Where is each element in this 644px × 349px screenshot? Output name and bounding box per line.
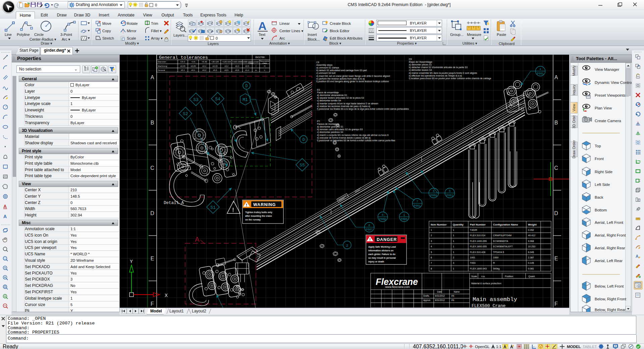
- svg-text:D: D: [302, 138, 305, 142]
- svg-text:a) démonter pinces S1: a) démonter pinces S1: [409, 63, 432, 66]
- svg-text:P001: P001: [446, 194, 453, 197]
- svg-text:Weight: Weight: [528, 223, 537, 226]
- svg-text:±0,8: ±0,8: [235, 69, 239, 71]
- svg-text:Position: Position: [505, 275, 513, 278]
- svg-text:Passos de montagem: Passos de montagem: [317, 123, 339, 126]
- svg-text:±0,1: ±0,1: [202, 65, 207, 67]
- svg-text:±0,05: ±0,05: [191, 65, 196, 67]
- svg-text:d) insert M1 set on crane gird: d) insert M1 set on crane girder lower f…: [316, 75, 390, 78]
- svg-text:General: General: [158, 69, 165, 71]
- svg-text:C: C: [150, 165, 154, 171]
- svg-text:Assembly steps:: Assembly steps:: [316, 64, 333, 66]
- svg-text:F: F: [151, 301, 154, 307]
- svg-text:±0,5: ±0,5: [224, 69, 229, 71]
- svg-text:!: !: [246, 203, 247, 207]
- svg-text:Detail A: Detail A: [164, 201, 184, 205]
- svg-text:X: X: [165, 293, 168, 299]
- svg-text:!: !: [369, 238, 371, 242]
- svg-text:±0,15: ±0,15: [212, 65, 218, 67]
- svg-text:TABLET: TABLET: [583, 345, 597, 349]
- svg-text:d) insérer ensemble M1 dans la: d) insérer ensemble M1 dans la poutre ju…: [409, 72, 477, 74]
- svg-text:F: F: [554, 301, 558, 307]
- svg-text:a) unmount S1 clamps: a) unmount S1 clamps: [316, 66, 339, 69]
- svg-text:Tighten trolley bolts only: Tighten trolley bolts only: [245, 211, 272, 214]
- svg-text:0.5-3: 0.5-3: [180, 60, 185, 63]
- svg-text:ES: ES: [317, 89, 320, 91]
- svg-text:49.412: 49.412: [528, 234, 535, 237]
- svg-text:>6-30: >6-30: [202, 60, 207, 63]
- svg-text:1:1: 1:1: [496, 345, 501, 349]
- svg-text:A: A: [3, 204, 7, 209]
- svg-text:b) separar testero articulado: b) separar testero articulado S2 de la p…: [317, 97, 364, 99]
- svg-text:f) posicionar os baixantes 6S: f) posicionar os baixantes 6S de forma a…: [317, 139, 395, 142]
- svg-text:±0,2: ±0,2: [202, 69, 207, 71]
- svg-text:±0,05: ±0,05: [180, 65, 185, 67]
- svg-text:Configuration Name: Configuration Name: [493, 223, 518, 226]
- svg-text:www.flexcrane.com: www.flexcrane.com: [385, 285, 410, 289]
- svg-text:1: 1: [453, 267, 454, 270]
- svg-text:Name: Name: [454, 291, 460, 293]
- svg-text:4: 4: [431, 245, 432, 248]
- svg-text:0: 0: [155, 3, 157, 7]
- svg-text:WARNING: WARNING: [253, 202, 276, 207]
- svg-text:Apprvd.: Apprvd.: [423, 299, 431, 302]
- svg-text:C6: C6: [316, 61, 319, 63]
- svg-text:6.045: 6.045: [528, 251, 534, 254]
- svg-text:B: B: [554, 120, 558, 126]
- svg-text:f) localiser para-chocs 6S en: f) localiser para-chocs 6S en poutre pou…: [409, 77, 491, 80]
- svg-text:±0,1: ±0,1: [181, 69, 185, 71]
- svg-text:10.253: 10.253: [528, 245, 535, 248]
- svg-text:2: 2: [431, 234, 432, 237]
- svg-text:A: A: [195, 236, 200, 243]
- svg-text:!: !: [231, 206, 235, 214]
- svg-text:n.a.: n.a.: [481, 275, 485, 278]
- svg-text:MODEL: MODEL: [567, 345, 581, 349]
- svg-text:b) remover carro articulado S2: b) remover carro articulado S2 do grampo…: [317, 128, 363, 131]
- svg-text:>315-1000: >315-1000: [232, 60, 242, 63]
- svg-text:T003: T003: [470, 261, 475, 264]
- svg-text:P001: P001: [537, 72, 544, 76]
- svg-text:TPS4X4.5: TPS4X4.5: [493, 251, 504, 254]
- svg-text:>120-315: >120-315: [222, 60, 231, 63]
- svg-text:Étape de l'Assemblage:: Étape de l'Assemblage:: [409, 60, 433, 63]
- svg-text:c) desmontar tornillo S4: c) desmontar tornillo S4: [317, 99, 341, 102]
- svg-text:OpenGL: OpenGL: [475, 345, 490, 349]
- svg-text:0: 0: [216, 36, 218, 40]
- svg-text:8/31/2012: 8/31/2012: [435, 295, 445, 297]
- svg-text:M1: M1: [243, 97, 248, 102]
- svg-text:1: 1: [453, 245, 454, 248]
- svg-text:P008: P008: [379, 218, 386, 221]
- svg-text:Diameter: Diameter: [158, 60, 166, 63]
- svg-text:1: 1: [403, 213, 405, 217]
- svg-text:P001: P001: [414, 204, 421, 208]
- svg-text:Y: Y: [130, 259, 133, 265]
- svg-text:±0,1: ±0,1: [191, 69, 196, 71]
- svg-text:H: H: [264, 65, 265, 67]
- svg-text:ECW0BW0TA: ECW0BW0TA: [493, 240, 508, 243]
- svg-text:Machining: Machining: [158, 65, 167, 67]
- svg-text:class: class: [262, 62, 267, 64]
- svg-text:±1,2: ±1,2: [245, 69, 250, 71]
- svg-text:0.145: 0.145: [528, 261, 534, 264]
- svg-text:f: f: [256, 65, 256, 67]
- svg-text:R: R: [493, 261, 495, 264]
- svg-text:1: 1: [431, 229, 432, 232]
- svg-text:6: 6: [433, 190, 434, 193]
- svg-text:±0,3: ±0,3: [213, 69, 217, 71]
- svg-text:information stickers on: information stickers on: [368, 249, 393, 252]
- svg-text:a) desmontar grampos S1: a) desmontar grampos S1: [317, 126, 343, 128]
- svg-text:FLEX.1800.043: FLEX.1800.043: [470, 267, 487, 270]
- svg-text:c) démonter boulon S4: c) démonter boulon S4: [409, 69, 432, 71]
- svg-text:VN: VN: [451, 299, 454, 301]
- svg-text:S5: S5: [300, 163, 305, 168]
- svg-text:S2: S2: [183, 111, 188, 116]
- svg-text:DANGER: DANGER: [377, 237, 397, 242]
- svg-text:ECW0BWTALEFT: ECW0BWTALEFT: [493, 245, 513, 248]
- svg-text:c) desmontar parafuso S4: c) desmontar parafuso S4: [317, 131, 343, 134]
- svg-text:A: A: [554, 74, 558, 80]
- svg-text:8/31/2012: 8/31/2012: [435, 299, 445, 301]
- svg-text:a) desmontar abrazaderas S1: a) desmontar abrazaderas S1: [317, 94, 347, 97]
- svg-text:Apply Safe Working Load: Apply Safe Working Load: [368, 246, 396, 248]
- svg-text:Material & surface protection:: Material & surface protection:: [471, 282, 502, 285]
- svg-text:P006: P006: [401, 218, 408, 221]
